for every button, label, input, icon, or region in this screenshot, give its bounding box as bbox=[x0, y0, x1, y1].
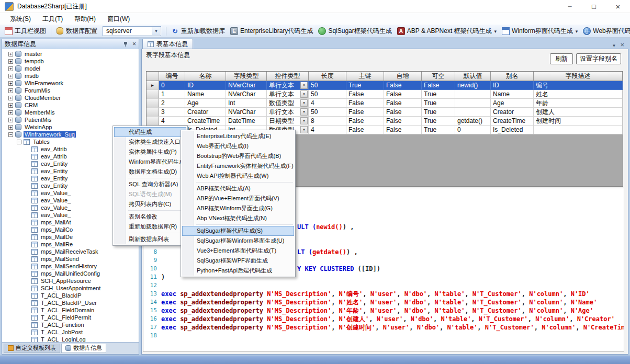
grid-cell[interactable]: 单行文本 bbox=[267, 81, 309, 90]
menu-item[interactable]: Vue3+Element界面代码生成(T) bbox=[182, 246, 294, 256]
tree-item-table[interactable]: T_ACL_Function bbox=[2, 321, 139, 328]
grid-cell[interactable]: 1 bbox=[159, 90, 185, 99]
tree-item-database[interactable]: +model bbox=[2, 65, 139, 72]
expand-icon[interactable]: + bbox=[8, 103, 13, 108]
set-alias-button[interactable]: 设置字段别名 bbox=[576, 53, 621, 64]
collapse-icon[interactable]: − bbox=[17, 140, 21, 144]
tree-item-table[interactable]: SCH_AppResource bbox=[2, 277, 139, 285]
panel-close-icon[interactable] bbox=[132, 41, 136, 47]
menu-item[interactable]: 窗口(W) bbox=[102, 13, 136, 25]
combo-dropdown-icon[interactable] bbox=[300, 126, 308, 133]
grid-cell[interactable]: 单行文本 bbox=[267, 108, 309, 117]
tab-table-info[interactable]: 表基本信息 bbox=[142, 39, 193, 49]
sqlsugar-codegen-button[interactable]: SqlSugar框架代码生成 bbox=[316, 26, 393, 37]
grid-cell[interactable]: 0 bbox=[159, 81, 185, 90]
enterpriselibrary-codegen-button[interactable]: EnterpriseLibrary代码生成 bbox=[228, 26, 315, 37]
grid-cell[interactable]: DateTime bbox=[226, 117, 267, 126]
expand-icon[interactable]: + bbox=[8, 110, 13, 115]
menu-item[interactable]: 表别名修改 bbox=[114, 212, 186, 222]
grid-cell[interactable]: Creator bbox=[185, 108, 226, 117]
code-line[interactable]: 15exec sp_addextendedproperty N'MS_Descr… bbox=[143, 306, 624, 315]
combo-dropdown-icon[interactable] bbox=[152, 27, 160, 35]
pin-icon[interactable] bbox=[123, 41, 129, 47]
grid-cell[interactable]: NVarChar bbox=[226, 81, 267, 90]
collapse-icon[interactable]: − bbox=[8, 132, 13, 137]
grid-cell[interactable]: 4 bbox=[159, 117, 185, 126]
code-line[interactable]: 18 bbox=[143, 332, 624, 340]
menu-item[interactable]: 系统(S) bbox=[4, 13, 37, 25]
grid-row[interactable]: 3CreatorNVarChar单行文本50FalseFalseTrueCrea… bbox=[147, 108, 623, 117]
code-line[interactable]: 13exec sp_addextendedproperty N'MS_Descr… bbox=[143, 290, 624, 298]
menu-item[interactable]: ABP的Vue+Element界面代码(V) bbox=[182, 194, 294, 203]
grid-column-header[interactable]: 名称 bbox=[185, 72, 226, 81]
tab-custom-template-list[interactable]: 自定义模板列表 bbox=[4, 344, 60, 353]
grid-column-header[interactable]: 别名 bbox=[491, 72, 534, 81]
winform-codegen-button[interactable]: Winform界面代码生成 bbox=[500, 26, 580, 37]
expand-icon[interactable]: + bbox=[8, 88, 13, 93]
grid-cell[interactable]: False bbox=[346, 90, 384, 99]
grid-cell[interactable]: False bbox=[384, 126, 422, 134]
grid-cell[interactable]: Age bbox=[491, 99, 534, 108]
grid-column-header[interactable]: 字段类型 bbox=[226, 72, 267, 81]
code-line[interactable]: 16exec sp_addextendedproperty N'MS_Descr… bbox=[143, 315, 624, 323]
grid-cell[interactable]: Int bbox=[226, 99, 267, 108]
grid-cell[interactable]: CreateTime bbox=[491, 117, 534, 126]
menu-item[interactable]: EntityFramework实体框架代码生成(F) bbox=[182, 161, 294, 171]
grid-cell[interactable]: CreateTime bbox=[185, 117, 226, 126]
menu-item[interactable]: SQL 查询分析器(A) bbox=[114, 179, 186, 189]
menu-item[interactable]: SqlSugar框架WPF界面生成 bbox=[182, 256, 294, 266]
menu-item[interactable]: 重新加载数据库(R) bbox=[114, 222, 186, 232]
grid-column-header[interactable]: 长度 bbox=[309, 72, 346, 81]
close-button[interactable] bbox=[606, 0, 630, 13]
grid-column-header[interactable]: 默认值 bbox=[455, 72, 491, 81]
grid-cell[interactable]: 创建人 bbox=[534, 108, 623, 117]
tree-item-table[interactable]: T_ACL_FieldDomain bbox=[2, 306, 139, 314]
reload-database-button[interactable]: 重新加载数据库 bbox=[169, 26, 227, 37]
tab-list-dropdown-icon[interactable] bbox=[612, 41, 616, 49]
tree-item-database[interactable]: +tempdb bbox=[2, 58, 139, 65]
abp-codegen-button[interactable]: ABP & ABPNext 框架代码生成 bbox=[395, 26, 499, 37]
grid-cell[interactable]: 数值类型 bbox=[267, 99, 309, 108]
expand-icon[interactable]: + bbox=[8, 74, 13, 78]
menu-item[interactable]: 拷贝列表内容(C) bbox=[114, 199, 186, 209]
grid-cell[interactable]: False bbox=[346, 117, 384, 126]
menu-item[interactable]: ABP框架代码生成(A) bbox=[182, 184, 294, 194]
grid-cell[interactable]: 50 bbox=[309, 90, 346, 99]
grid-column-header[interactable]: 主键 bbox=[346, 72, 384, 81]
grid-cell[interactable]: True bbox=[346, 81, 384, 90]
grid-column-header[interactable]: 控件类型 bbox=[267, 72, 309, 81]
code-line[interactable]: 14exec sp_addextendedproperty N'MS_Descr… bbox=[143, 298, 624, 306]
tree-item-table[interactable]: mps_MailUnifiedConfig bbox=[2, 270, 139, 277]
refresh-button[interactable]: 刷新 bbox=[550, 53, 573, 64]
menu-item[interactable]: Python+FastApi后端代码生成 bbox=[182, 266, 294, 276]
maximize-button[interactable] bbox=[582, 0, 606, 13]
grid-cell[interactable]: Is_Deleted bbox=[491, 126, 534, 134]
tab-close-icon[interactable] bbox=[620, 41, 624, 49]
grid-cell[interactable] bbox=[455, 90, 491, 99]
menu-item[interactable]: 工具(T) bbox=[37, 13, 69, 25]
grid-row[interactable]: 2AgeInt数值类型4FalseFalseTrueAge年龄 bbox=[147, 99, 623, 108]
tree-item-table[interactable]: mps_MailSend bbox=[2, 255, 139, 263]
grid-cell[interactable]: Name bbox=[491, 90, 534, 99]
expand-icon[interactable]: + bbox=[8, 52, 13, 56]
grid-cell[interactable]: 0 bbox=[455, 126, 491, 134]
grid-cell[interactable]: Creator bbox=[491, 108, 534, 117]
menu-item[interactable]: 实体类生成快速入口 bbox=[114, 137, 186, 147]
tree-item-table[interactable]: T_ACL_FieldPermit bbox=[2, 314, 139, 321]
tree-item-table[interactable]: T_ACL_JobPost bbox=[2, 328, 139, 336]
minimize-button[interactable] bbox=[558, 0, 582, 13]
grid-cell[interactable]: True bbox=[422, 126, 455, 134]
grid-row[interactable]: 1NameNVarChar单行文本50FalseFalseTrueName姓名 bbox=[147, 90, 623, 99]
expand-icon[interactable]: + bbox=[8, 66, 13, 71]
tree-item-database[interactable]: +CloudMember bbox=[2, 94, 139, 101]
grid-cell[interactable]: Age bbox=[185, 99, 226, 108]
grid-cell[interactable]: False bbox=[384, 99, 422, 108]
expand-icon[interactable]: + bbox=[8, 118, 13, 122]
grid-cell[interactable]: False bbox=[346, 99, 384, 108]
grid-cell[interactable]: False bbox=[384, 81, 422, 90]
grid-cell[interactable]: False bbox=[384, 108, 422, 117]
menu-item[interactable]: ABP框架Winform界面生成(G) bbox=[182, 203, 294, 213]
menu-item[interactable]: 代码生成 bbox=[114, 127, 186, 137]
grid-column-header[interactable]: 可空 bbox=[422, 72, 455, 81]
grid-cell[interactable]: 编号 bbox=[534, 81, 623, 90]
